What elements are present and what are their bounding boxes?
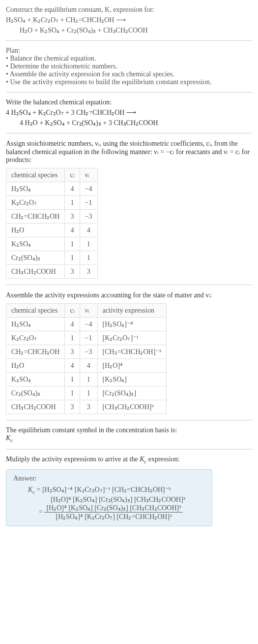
table-row: K₂SO₄11: [6, 237, 98, 251]
table-header-row: chemical species cᵢ νᵢ activity expressi…: [6, 304, 167, 318]
intro-reaction-rhs: H₂O + K₂SO₄ + Cr₂(SO₄)₃ + CH₃CH₂COOH: [6, 26, 252, 34]
cell-species: H₂O: [6, 359, 65, 373]
table-row: CH₃CH₂COOH33[CH₃CH₂COOH]³: [6, 400, 167, 414]
table-row: K₂Cr₂O₇1−1: [6, 196, 98, 210]
col-header: activity expression: [97, 304, 166, 318]
cell-v: 1: [80, 386, 97, 400]
balanced-lhs: 4 H₂SO₄ + K₂Cr₂O₇ + 3 CH₂=CHCH₂OH ⟶: [6, 108, 252, 117]
cell-v: 3: [80, 400, 97, 414]
intro-reaction-lhs: H₂SO₄ + K₂Cr₂O₇ + CH₂=CHCH₂OH ⟶: [6, 16, 252, 24]
cell-species: CH₃CH₂COOH: [6, 400, 65, 414]
divider: [6, 92, 252, 93]
cell-species: H₂SO₄: [6, 182, 65, 196]
cell-species: CH₂=CHCH₂OH: [6, 210, 65, 224]
cell-activity: [H₂SO₄]⁻⁴: [97, 318, 166, 331]
cell-v: −4: [80, 182, 97, 196]
answer-fraction: = [H₂O]⁴ [K₂SO₄] [Cr₂(SO₄)₃] [CH₃CH₂COOH…: [13, 504, 205, 521]
cell-v: −1: [80, 196, 97, 210]
col-header: νᵢ: [80, 168, 97, 182]
divider: [6, 40, 252, 41]
plan-item: • Use the activity expressions to build …: [6, 78, 252, 86]
frac-numerator: [H₂O]⁴ [K₂SO₄] [Cr₂(SO₄)₃] [CH₃CH₂COOH]³: [44, 504, 183, 513]
kc-symbol: Kc: [6, 434, 252, 443]
cell-c: 3: [65, 210, 80, 224]
col-header: cᵢ: [65, 168, 80, 182]
activity-intro: Assemble the activity expressions accoun…: [6, 291, 252, 299]
table-row: CH₃CH₂COOH33: [6, 265, 98, 279]
table-row: Cr₂(SO₄)₃11[Cr₂(SO₄)₃]: [6, 386, 167, 400]
cell-activity: [CH₂=CHCH₂OH]⁻³: [97, 345, 166, 359]
activity-section: Assemble the activity expressions accoun…: [6, 291, 252, 414]
stoich-intro: Assign stoichiometric numbers, νᵢ, using…: [6, 139, 252, 164]
cell-v: −1: [80, 331, 97, 345]
cell-species: Cr₂(SO₄)₃: [6, 251, 65, 265]
cell-c: 4: [65, 182, 80, 196]
table-row: H₂O44[H₂O]⁴: [6, 359, 167, 373]
cell-activity: [CH₃CH₂COOH]³: [97, 400, 166, 414]
kc-symbol-intro: The equilibrium constant symbol in the c…: [6, 426, 252, 434]
balanced-rhs: 4 H₂O + K₂SO₄ + Cr₂(SO₄)₃ + 3 CH₃CH₂COOH: [6, 119, 252, 127]
divider: [6, 420, 252, 420]
cell-v: 4: [80, 359, 97, 373]
table-row: H₂SO₄4−4[H₂SO₄]⁻⁴: [6, 318, 167, 331]
cell-species: K₂SO₄: [6, 237, 65, 251]
answer-line1: Kc = [H₂SO₄]⁻⁴ [K₂Cr₂O₇]⁻¹ [CH₂=CHCH₂OH]…: [13, 485, 205, 495]
cell-v: 1: [80, 373, 97, 386]
cell-c: 4: [65, 318, 80, 331]
cell-v: 1: [80, 251, 97, 265]
answer-line2: [H₂O]⁴ [K₂SO₄] [Cr₂(SO₄)₃] [CH₃CH₂COOH]³: [13, 495, 205, 504]
cell-species: K₂SO₄: [6, 373, 65, 386]
balanced-section: Write the balanced chemical equation: 4 …: [6, 98, 252, 127]
cell-c: 1: [65, 331, 80, 345]
stoich-section: Assign stoichiometric numbers, νᵢ, using…: [6, 139, 252, 279]
cell-c: 3: [65, 400, 80, 414]
divider: [6, 285, 252, 285]
cell-species: H₂SO₄: [6, 318, 65, 331]
cell-species: K₂Cr₂O₇: [6, 331, 65, 345]
table-row: H₂SO₄4−4: [6, 182, 98, 196]
cell-c: 3: [65, 265, 80, 279]
cell-c: 1: [65, 237, 80, 251]
cell-c: 1: [65, 196, 80, 210]
table-row: K₂SO₄11[K₂SO₄]: [6, 373, 167, 386]
table-row: CH₂=CHCH₂OH3−3: [6, 210, 98, 224]
intro-section: Construct the equilibrium constant, K, e…: [6, 6, 252, 34]
cell-v: −3: [80, 345, 97, 359]
frac-denominator: [H₂SO₄]⁴ [K₂Cr₂O₇] [CH₂=CHCH₂OH]³: [44, 513, 183, 521]
cell-species: Cr₂(SO₄)₃: [6, 386, 65, 400]
cell-species: CH₃CH₂COOH: [6, 265, 65, 279]
cell-species: K₂Cr₂O₇: [6, 196, 65, 210]
cell-species: H₂O: [6, 224, 65, 237]
cell-v: 3: [80, 265, 97, 279]
table-row: H₂O44: [6, 224, 98, 237]
cell-c: 4: [65, 359, 80, 373]
table-row: CH₂=CHCH₂OH3−3[CH₂=CHCH₂OH]⁻³: [6, 345, 167, 359]
multiply-intro: Mulitply the activity expressions to arr…: [6, 455, 252, 464]
stoich-table: chemical species cᵢ νᵢ H₂SO₄4−4 K₂Cr₂O₇1…: [6, 168, 98, 279]
cell-activity: [K₂SO₄]: [97, 373, 166, 386]
table-row: K₂Cr₂O₇1−1[K₂Cr₂O₇]⁻¹: [6, 331, 167, 345]
table-header-row: chemical species cᵢ νᵢ: [6, 168, 98, 182]
table-row: Cr₂(SO₄)₃11: [6, 251, 98, 265]
col-header: cᵢ: [65, 304, 80, 318]
cell-c: 1: [65, 251, 80, 265]
divider: [6, 133, 252, 133]
cell-species: CH₂=CHCH₂OH: [6, 345, 65, 359]
kc-symbol-section: The equilibrium constant symbol in the c…: [6, 426, 252, 443]
cell-c: 4: [65, 224, 80, 237]
cell-c: 1: [65, 373, 80, 386]
cell-activity: [K₂Cr₂O₇]⁻¹: [97, 331, 166, 345]
balanced-intro: Write the balanced chemical equation:: [6, 98, 252, 106]
plan-section: Plan: • Balance the chemical equation. •…: [6, 47, 252, 86]
divider: [6, 449, 252, 450]
answer-title: Answer:: [13, 475, 205, 483]
plan-title: Plan:: [6, 47, 252, 55]
cell-v: −4: [80, 318, 97, 331]
col-header: νᵢ: [80, 304, 97, 318]
plan-item: • Balance the chemical equation.: [6, 55, 252, 63]
plan-item: • Determine the stoichiometric numbers.: [6, 63, 252, 70]
cell-c: 1: [65, 386, 80, 400]
col-header: chemical species: [6, 168, 65, 182]
cell-c: 3: [65, 345, 80, 359]
cell-activity: [Cr₂(SO₄)₃]: [97, 386, 166, 400]
